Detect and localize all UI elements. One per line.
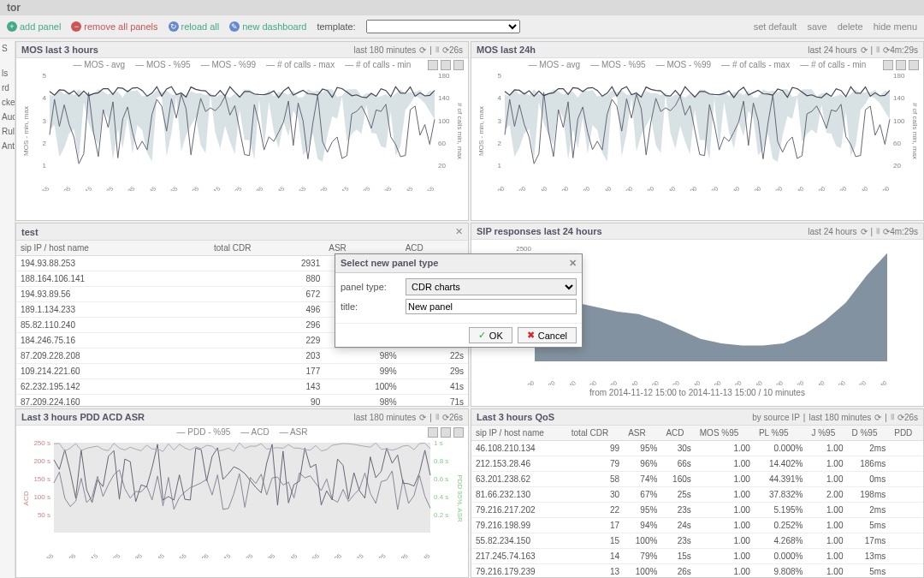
table-row[interactable]: 212.153.28.467996%66s1.0014.402%1.00186m… (471, 456, 923, 472)
column-header[interactable]: ACD (661, 426, 695, 441)
window-icon[interactable] (453, 60, 464, 70)
column-header[interactable]: total CDR (567, 426, 624, 441)
column-header[interactable]: total CDR (210, 241, 324, 256)
svg-text:3: 3 (498, 117, 502, 125)
reload-all-button[interactable]: ↻reload all (169, 21, 220, 32)
column-header[interactable]: MOS %95 (696, 426, 755, 441)
panel-title: MOS last 24h (477, 45, 536, 55)
sidebar-item[interactable]: cker (0, 95, 15, 110)
save-button[interactable]: save (807, 21, 826, 32)
table-row[interactable]: 55.82.234.15015100%23s1.004.268%1.0017ms (471, 533, 923, 549)
svg-text:0.8 s: 0.8 s (434, 457, 448, 465)
svg-text:13 09:40: 13 09:40 (804, 379, 826, 385)
template-select[interactable] (366, 20, 520, 33)
save-icon[interactable] (428, 427, 438, 438)
window-icon[interactable] (453, 427, 464, 438)
table-row[interactable]: 63.201.238.625874%160s1.0044.391%1.000ms (471, 472, 923, 487)
table-row[interactable]: 79.216.198.991794%24s1.000.252%1.005ms (471, 518, 923, 533)
refresh-icon[interactable]: ⟳ (419, 45, 426, 55)
columns-icon[interactable]: ⦀ (435, 45, 439, 55)
table-row[interactable]: 46.108.210.1349995%30s1.000.000%1.002ms (471, 441, 923, 456)
save-icon[interactable] (428, 60, 438, 70)
auto-refresh-label[interactable]: ⟳4m:29s (883, 45, 918, 55)
column-header[interactable]: J %95 (807, 426, 847, 441)
columns-icon[interactable]: ⦀ (876, 226, 880, 236)
close-icon[interactable]: ✕ (455, 226, 463, 237)
sidebar-item[interactable]: Audit (0, 110, 15, 124)
refresh-icon[interactable]: ⟳ (874, 413, 881, 422)
new-dashboard-button[interactable]: ✎new dashboard (229, 21, 306, 32)
svg-text:13 00:20: 13 00:20 (633, 185, 654, 191)
svg-text:13 14:25: 13 14:25 (365, 552, 387, 558)
table-row[interactable]: 217.245.74.1631479%15s1.000.000%1.0013ms (471, 549, 923, 564)
svg-rect-82 (54, 443, 430, 533)
column-header[interactable]: PDD (890, 426, 923, 441)
refresh-icon[interactable]: ⟳ (861, 45, 868, 55)
refresh-icon[interactable]: ⟳ (419, 413, 426, 422)
title-input[interactable] (406, 299, 577, 314)
delete-button[interactable]: delete (838, 21, 863, 32)
cancel-button[interactable]: ✖Cancel (518, 327, 577, 343)
svg-text:12 15:00: 12 15:00 (513, 379, 535, 385)
sidebar-item[interactable]: ls (0, 66, 15, 80)
svg-text:13 14:35: 13 14:35 (387, 552, 408, 558)
range-label[interactable]: last 24 hours (808, 45, 856, 55)
refresh-icon[interactable]: ⟳ (861, 227, 868, 236)
svg-text:13 14:05: 13 14:05 (306, 185, 328, 191)
svg-text:20: 20 (438, 162, 446, 170)
hide-menu-button[interactable]: hide menu (874, 21, 917, 32)
range-label[interactable]: last 180 minutes (353, 413, 416, 422)
plus-icon: + (7, 21, 17, 32)
svg-text:# of calls min, max: # of calls min, max (911, 103, 919, 159)
table-row[interactable]: 62.232.195.142143100%41s (16, 379, 468, 395)
dialog-title: Select new panel type (341, 258, 438, 269)
panel-type-select[interactable]: CDR charts (406, 278, 577, 295)
sidebar-item[interactable]: rd (0, 80, 15, 95)
columns-icon[interactable]: ⦀ (435, 412, 439, 422)
svg-text:13 14:55: 13 14:55 (413, 185, 435, 191)
table-row[interactable]: 79.216.179.23913100%26s1.009.808%1.005ms (471, 564, 923, 578)
table-row[interactable]: 87.209.224.1609098%71s (16, 395, 468, 407)
auto-refresh-label[interactable]: ⟳26s (442, 45, 463, 55)
range-label[interactable]: last 180 minutes (808, 413, 871, 422)
columns-icon[interactable]: ⦀ (876, 45, 880, 55)
column-header[interactable]: PL %95 (755, 426, 808, 441)
column-header[interactable]: sip IP / host name (16, 241, 210, 256)
svg-text:13 14:45: 13 14:45 (392, 185, 413, 191)
svg-text:12 17:40: 12 17:40 (526, 185, 548, 191)
chart-icon[interactable] (896, 60, 906, 70)
range-label[interactable]: last 24 hours (808, 227, 856, 236)
by-label[interactable]: by source IP (752, 413, 800, 422)
auto-refresh-label[interactable]: ⟳26s (897, 413, 918, 422)
set-default-button[interactable]: set default (754, 21, 797, 32)
ok-button[interactable]: ✓OK (469, 327, 512, 343)
table-row[interactable]: 81.66.232.1303067%25s1.0037.832%2.00198m… (471, 487, 923, 503)
column-header[interactable]: D %95 (847, 426, 890, 441)
title-label: title: (341, 301, 400, 312)
add-panel-button[interactable]: +add panel (7, 21, 61, 32)
remove-all-panels-button[interactable]: −remove all panels (71, 21, 157, 32)
svg-text:180: 180 (893, 72, 905, 80)
svg-text:12 21:40: 12 21:40 (590, 185, 612, 191)
svg-text:13 14:25: 13 14:25 (349, 185, 370, 191)
sidebar-item[interactable]: Anti Fraud (0, 139, 15, 153)
table-row[interactable]: 79.216.217.2022295%23s1.005.195%1.002ms (471, 503, 923, 518)
close-icon[interactable]: ✕ (569, 258, 577, 269)
column-header[interactable]: ASR (624, 426, 661, 441)
window-icon[interactable] (909, 60, 919, 70)
table-row[interactable]: 109.214.221.6017799%29s (16, 364, 468, 379)
svg-text:13 13:35: 13 13:35 (242, 185, 264, 191)
range-label[interactable]: last 180 minutes (353, 45, 416, 55)
auto-refresh-label[interactable]: ⟳26s (442, 413, 463, 422)
sidebar-item[interactable]: S (0, 41, 15, 56)
svg-text:13 04:20: 13 04:20 (721, 379, 743, 385)
svg-text:0.6 s: 0.6 s (434, 475, 448, 483)
sidebar-item[interactable]: Rules (0, 124, 15, 139)
chart-icon[interactable] (441, 60, 451, 70)
table-row[interactable]: 87.209.228.20820398%22s (16, 349, 468, 364)
save-icon[interactable] (883, 60, 893, 70)
column-header[interactable]: sip IP / host name (471, 426, 567, 441)
columns-icon[interactable]: ⦀ (891, 412, 894, 422)
chart-icon[interactable] (441, 427, 451, 438)
auto-refresh-label[interactable]: ⟳4m:29s (883, 227, 918, 236)
